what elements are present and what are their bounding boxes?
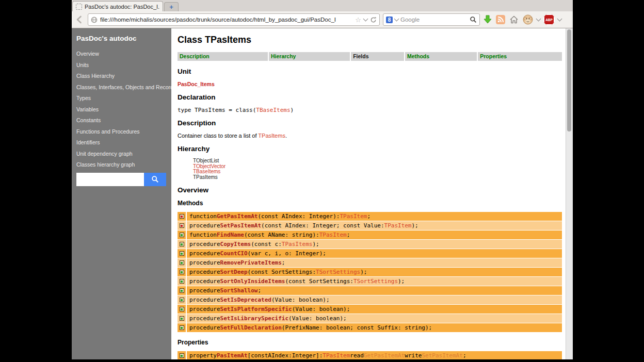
hierarchy-item-tpasitems: TPasItems <box>193 175 561 180</box>
adblock-plus-icon[interactable]: ABP <box>543 14 555 25</box>
rss-feed-icon[interactable] <box>495 14 506 25</box>
download-arrow-icon[interactable] <box>483 14 492 25</box>
browser-tab[interactable]: PasDoc's autodoc: PasDoc_I... <box>72 1 163 11</box>
back-button[interactable] <box>74 14 85 25</box>
member-name-link[interactable]: SortDeep <box>220 269 248 275</box>
member-name-link[interactable]: SetIsLibrarySpecific <box>220 315 288 322</box>
code-text: (var c, i, o: Integer); <box>248 250 326 257</box>
description-text: Container class to store a list of TPasI… <box>178 133 561 139</box>
google-engine-icon[interactable]: 8 <box>386 17 393 23</box>
code-text: procedure <box>189 315 220 322</box>
identifier-link[interactable]: TPasItems <box>258 133 285 139</box>
member-signature: procedure SortDeep(const SortSettings: T… <box>187 268 562 276</box>
url-dropdown-chevron-icon[interactable] <box>363 17 368 22</box>
code-text: procedure <box>189 222 220 229</box>
url-text[interactable]: file:///home/michalis/sources/pasdoc/tru… <box>100 17 352 23</box>
identifier-link[interactable]: TBaseItems <box>256 107 290 113</box>
member-row: function FindName(const AName: string): … <box>178 231 562 239</box>
nav-tab-properties[interactable]: Properties <box>478 52 562 61</box>
member-signature: procedure SetIsLibrarySpecific(Value: bo… <box>187 314 562 323</box>
sidebar-item-overview[interactable]: Overview <box>76 51 166 57</box>
sidebar-item-classes-interfaces-objects-and-records[interactable]: Classes, Interfaces, Objects and Records <box>76 84 166 90</box>
sidebar-item-constants[interactable]: Constants <box>76 117 166 123</box>
identifier-link[interactable]: GetPasItemAt <box>364 352 405 359</box>
member-signature: procedure CopyItems(const c: TPasItems); <box>187 240 562 249</box>
identifier-link[interactable]: TPasItem <box>384 222 412 229</box>
member-signature: procedure SortOnlyInsideItems(const Sort… <box>187 277 562 286</box>
member-name-link[interactable]: SetPasItemAt <box>220 222 261 229</box>
code-text: (Value: boolean); <box>288 315 347 322</box>
public-visibility-icon <box>178 351 186 359</box>
identifier-link[interactable]: TSortSettings <box>316 269 360 275</box>
nav-tab-fields: Fields <box>351 52 404 61</box>
sidebar-item-classes-hierarchy-graph[interactable]: Classes hierarchy graph <box>76 161 166 168</box>
member-signature: procedure SetPasItemAt(const AIndex: Int… <box>187 221 562 230</box>
methods-heading: Methods <box>178 200 561 207</box>
member-signature: procedure SetFullDeclaration(PrefixName:… <box>187 323 562 332</box>
engine-dropdown-chevron-icon[interactable] <box>394 17 399 22</box>
code-text: (const AIndex: Integer; const Value: <box>261 222 384 229</box>
new-tab-button[interactable]: + <box>164 2 179 11</box>
member-name-link[interactable]: SortShallow <box>220 287 258 294</box>
member-name-link[interactable]: SetIsDeprecated <box>220 297 271 303</box>
identifier-link[interactable]: TSortSettings <box>353 278 398 285</box>
member-row: procedure SortOnlyInsideItems(const Sort… <box>178 277 562 286</box>
member-name-link[interactable]: RemovePrivateItems <box>220 259 282 266</box>
hierarchy-item-tbaseitems[interactable]: TBaseItems <box>193 169 561 175</box>
identifier-link[interactable]: TPasItem <box>319 232 347 238</box>
home-icon[interactable] <box>509 14 519 25</box>
search-bar[interactable]: 8 Google <box>383 13 480 26</box>
public-visibility-icon <box>178 286 186 295</box>
greasemonkey-icon[interactable] <box>522 14 534 25</box>
sidebar: PasDoc's autodoc OverviewUnitsClass Hier… <box>72 28 171 359</box>
member-name-link[interactable]: FindName <box>217 232 244 238</box>
reload-icon[interactable] <box>370 17 377 23</box>
sidebar-item-types[interactable]: Types <box>76 95 166 101</box>
sidebar-search-button[interactable] <box>144 173 166 186</box>
member-name-link[interactable]: SetIsPlatformSpecific <box>220 306 292 312</box>
member-name-link[interactable]: CountCIO <box>220 250 248 257</box>
sidebar-item-identifiers[interactable]: Identifiers <box>76 139 166 145</box>
member-name-link[interactable]: PasItemAt <box>217 352 248 359</box>
identifier-link[interactable]: SetPasItemAt <box>422 352 462 359</box>
nav-tab-methods[interactable]: Methods <box>405 52 477 61</box>
member-row: procedure CopyItems(const c: TPasItems); <box>178 240 562 249</box>
unit-link[interactable]: PasDoc_Items <box>178 81 561 87</box>
code-text: (const SortSettings: <box>248 269 316 275</box>
bookmark-star-icon[interactable]: ☆ <box>355 17 361 23</box>
vertical-scrollbar[interactable] <box>566 28 573 359</box>
identifier-link[interactable]: TPasItem <box>323 352 350 359</box>
member-row: property PasItemAt[constAIndex:Integer]:… <box>178 351 562 359</box>
sidebar-item-units[interactable]: Units <box>76 62 166 68</box>
code-text: ; <box>347 232 350 238</box>
member-name-link[interactable]: SetFullDeclaration <box>220 324 282 331</box>
sidebar-item-variables[interactable]: Variables <box>76 106 166 112</box>
greasemonkey-dropdown-chevron-icon[interactable] <box>536 17 541 22</box>
member-row: procedure SetIsPlatformSpecific(Value: b… <box>178 305 562 314</box>
browser-window: PasDoc's autodoc: PasDoc_I... + file:///… <box>72 0 573 359</box>
member-row: function GetPasItemAt(const AIndex: Inte… <box>178 212 562 221</box>
hierarchy-item-tobjectvector[interactable]: TObjectVector <box>193 164 561 170</box>
search-magnifier-icon[interactable] <box>470 16 477 23</box>
sidebar-item-unit-dependency-graph[interactable]: Unit dependency graph <box>76 151 166 157</box>
member-name-link[interactable]: SortOnlyInsideItems <box>220 278 285 285</box>
code-text: (Value: boolean); <box>292 306 350 312</box>
web-search-input[interactable]: Google <box>400 17 468 23</box>
member-name-link[interactable]: CopyItems <box>220 241 251 248</box>
url-bar[interactable]: file:///home/michalis/sources/pasdoc/tru… <box>88 13 380 26</box>
member-name-link[interactable]: GetPasItemAt <box>217 213 257 220</box>
nav-tab-hierarchy[interactable]: Hierarchy <box>269 52 350 61</box>
abp-dropdown-chevron-icon[interactable] <box>557 17 562 22</box>
sidebar-item-class-hierarchy[interactable]: Class Hierarchy <box>76 73 166 79</box>
nav-tab-description[interactable]: Description <box>178 52 268 61</box>
member-row: procedure SetIsDeprecated(Value: boolean… <box>178 295 562 304</box>
identifier-link[interactable]: TPasItems <box>282 241 313 248</box>
code-text: ; <box>282 259 285 266</box>
sidebar-search-input[interactable] <box>76 173 144 186</box>
sidebar-item-functions-and-procedures[interactable]: Functions and Procedures <box>76 128 166 135</box>
scrollbar-thumb[interactable] <box>567 29 571 131</box>
magnifier-icon <box>151 175 159 183</box>
identifier-link[interactable]: TPasItem <box>340 213 367 220</box>
code-text: ); <box>412 222 418 229</box>
code-text: type TPasItems = class( <box>178 107 256 113</box>
